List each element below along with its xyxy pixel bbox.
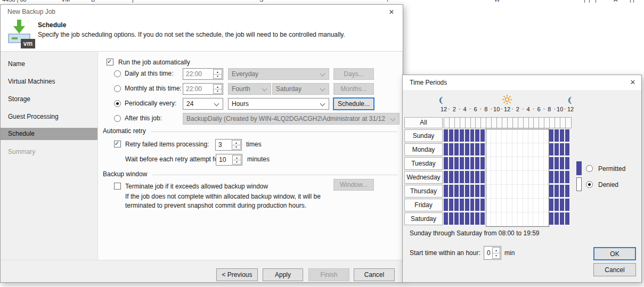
grid-cell[interactable] xyxy=(512,143,518,157)
grid-cell[interactable] xyxy=(480,143,486,157)
grid-cell[interactable] xyxy=(449,143,454,157)
sidebar-item-virtual-machines[interactable]: Virtual Machines xyxy=(1,76,97,88)
grid-cell[interactable] xyxy=(460,185,465,199)
grid-cell[interactable] xyxy=(549,212,555,226)
grid-cell[interactable] xyxy=(475,185,480,199)
grid-cell[interactable] xyxy=(480,185,486,199)
grid-cell[interactable] xyxy=(549,143,555,157)
grid-cell[interactable] xyxy=(518,171,523,185)
grid-cell[interactable] xyxy=(523,129,528,143)
grid-cell[interactable] xyxy=(480,212,486,226)
hour-column-header[interactable] xyxy=(450,118,455,128)
day-button-thursday[interactable]: Thursday xyxy=(404,185,443,198)
grid-cell[interactable] xyxy=(454,129,460,143)
grid-cell[interactable] xyxy=(486,185,491,199)
grid-cell[interactable] xyxy=(549,171,555,185)
grid-cell[interactable] xyxy=(523,143,528,157)
grid-cell[interactable] xyxy=(470,199,476,212)
day-button-monday[interactable]: Monday xyxy=(404,143,443,156)
hour-column-header[interactable] xyxy=(481,118,486,128)
grid-cell[interactable] xyxy=(507,185,512,199)
grid-cell[interactable] xyxy=(528,171,534,185)
grid-cell[interactable] xyxy=(533,171,539,185)
grid-cell[interactable] xyxy=(480,129,486,143)
spinner-buttons[interactable]: ▲▼ xyxy=(232,155,241,165)
grid-cell[interactable] xyxy=(539,171,544,185)
grid-cell[interactable] xyxy=(560,185,565,199)
daily-radio[interactable] xyxy=(114,70,121,77)
grid-cell[interactable] xyxy=(444,143,449,157)
grid-cell[interactable] xyxy=(486,157,491,171)
hour-column-header[interactable] xyxy=(518,118,524,128)
grid-cell[interactable] xyxy=(507,171,512,185)
grid-cell[interactable] xyxy=(549,199,555,212)
terminate-checkbox[interactable] xyxy=(114,183,121,190)
hour-column-header[interactable] xyxy=(544,118,550,128)
grid-cell[interactable] xyxy=(507,212,512,226)
grid-cell[interactable] xyxy=(496,143,502,157)
grid-cell[interactable] xyxy=(555,129,560,143)
grid-cell[interactable] xyxy=(512,185,518,199)
previous-button[interactable]: < Previous xyxy=(216,268,258,281)
grid-cell[interactable] xyxy=(480,199,486,212)
grid-cell[interactable] xyxy=(523,185,528,199)
tp-cancel-button[interactable]: Cancel xyxy=(593,263,636,276)
grid-cell[interactable] xyxy=(470,171,476,185)
grid-cell[interactable] xyxy=(449,157,454,171)
grid-cell[interactable] xyxy=(486,143,491,157)
grid-cell[interactable] xyxy=(549,185,555,199)
grid-cell[interactable] xyxy=(475,143,480,157)
grid-cell[interactable] xyxy=(470,157,476,171)
hour-column-header[interactable] xyxy=(508,118,513,128)
sidebar-item-name[interactable]: Name xyxy=(1,58,97,70)
grid-cell[interactable] xyxy=(475,157,480,171)
grid-cell[interactable] xyxy=(496,129,502,143)
grid-cell[interactable] xyxy=(560,129,565,143)
grid-cell[interactable] xyxy=(528,185,534,199)
grid-cell[interactable] xyxy=(502,129,507,143)
grid-cell[interactable] xyxy=(539,199,544,212)
grid-cell[interactable] xyxy=(496,185,502,199)
schedule-button[interactable]: Schedule... xyxy=(333,97,374,110)
hour-column-header[interactable] xyxy=(560,118,566,128)
grid-cell[interactable] xyxy=(560,143,565,157)
grid-cell[interactable] xyxy=(544,185,549,199)
grid-cell[interactable] xyxy=(565,157,570,171)
grid-cell[interactable] xyxy=(470,129,476,143)
sidebar-item-guest-processing[interactable]: Guest Processing xyxy=(1,111,97,123)
grid-cell[interactable] xyxy=(544,171,549,185)
grid-cell[interactable] xyxy=(528,199,534,212)
grid-cell[interactable] xyxy=(502,143,507,157)
grid-cell[interactable] xyxy=(496,157,502,171)
grid-cell[interactable] xyxy=(528,157,534,171)
hour-column-header[interactable] xyxy=(492,118,497,128)
grid-cell[interactable] xyxy=(533,143,539,157)
grid-cell[interactable] xyxy=(518,143,523,157)
hour-column-header[interactable] xyxy=(497,118,502,128)
grid-cell[interactable] xyxy=(507,143,512,157)
hour-column-header[interactable] xyxy=(486,118,492,128)
grid-cell[interactable] xyxy=(444,199,449,212)
grid-cell[interactable] xyxy=(512,199,518,212)
grid-cell[interactable] xyxy=(507,129,512,143)
grid-cell[interactable] xyxy=(449,129,454,143)
close-icon[interactable]: ✕ xyxy=(626,78,639,87)
grid-cell[interactable] xyxy=(528,129,534,143)
grid-cell[interactable] xyxy=(539,143,544,157)
grid-cell[interactable] xyxy=(555,171,560,185)
grid-cell[interactable] xyxy=(470,185,476,199)
grid-cell[interactable] xyxy=(565,199,570,212)
grid-cell[interactable] xyxy=(465,199,470,212)
grid-cell[interactable] xyxy=(544,212,549,226)
start-time-spinner[interactable]: 0 ▲▼ xyxy=(484,246,501,260)
grid-cell[interactable] xyxy=(502,171,507,185)
grid-cell[interactable] xyxy=(523,212,528,226)
grid-cell[interactable] xyxy=(555,157,560,171)
grid-cell[interactable] xyxy=(565,143,570,157)
grid-cell[interactable] xyxy=(518,157,523,171)
grid-cell[interactable] xyxy=(518,199,523,212)
grid-cell[interactable] xyxy=(491,185,496,199)
hour-column-header[interactable] xyxy=(460,118,466,128)
grid-cell[interactable] xyxy=(533,129,539,143)
grid-cell[interactable] xyxy=(454,199,460,212)
